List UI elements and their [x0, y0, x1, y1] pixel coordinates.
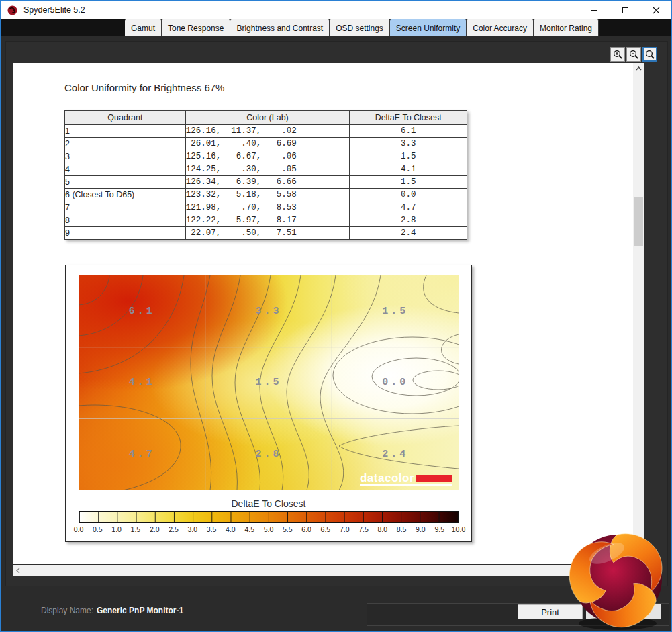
deltae-cell: 4.1	[350, 163, 467, 176]
quadrant-cell: 9	[65, 227, 186, 240]
close-button[interactable]	[640, 1, 671, 19]
zoom-out-button[interactable]	[626, 47, 641, 62]
colorbar-tick: 4.5	[244, 525, 254, 533]
deltae-cell: 1.5	[350, 176, 467, 189]
deltae-cell: 0.0	[350, 189, 467, 201]
quadrant-value: 3.3	[205, 275, 332, 347]
lab-cell: 121.98, .70, 8.53	[185, 201, 350, 214]
quadrant-value: 6.1	[79, 275, 205, 347]
uniformity-map-box: 6.1 3.3 1.5 4.1 1.5 0.0 4.7 2.8 2.4 data…	[65, 265, 472, 542]
quadrant-value: 1.5	[205, 347, 332, 419]
quadrant-cell: 5	[65, 176, 186, 189]
tab-color-accuracy[interactable]: Color Accuracy	[467, 19, 534, 36]
table-row: 6 (Closest To D65)123.32, 5.18, 5.580.0	[65, 189, 467, 201]
colorbar-tick: 10.0	[452, 525, 465, 533]
colorbar-tick: 9.0	[416, 525, 426, 533]
table-row: 4124.25, .30, .054.1	[65, 163, 467, 176]
application-window: Spyder5Elite 5.2 Gamut Tone Response Bri…	[0, 0, 672, 632]
datacolor-logo-text: datacolor	[360, 473, 414, 482]
zoom-toolbar	[610, 47, 657, 62]
deltae-cell: 6.1	[350, 125, 467, 138]
quadrant-cell: 1	[65, 125, 186, 138]
datacolor-red-bar	[416, 475, 452, 482]
deltae-cell: 2.4	[350, 227, 467, 240]
table-row: 1126.16, 11.37, .026.1	[65, 125, 467, 138]
display-name-row: Display Name: Generic PnP Monitor-1	[41, 606, 183, 615]
report-content: Color Uniformity for Brightness 67% Quad…	[13, 63, 633, 564]
col-header-color-lab: Color (Lab)	[185, 111, 350, 125]
uniformity-table: Quadrant Color (Lab) DeltaE To Closest 1…	[64, 110, 467, 240]
magnifier-icon	[645, 50, 655, 60]
datacolor-watermark: datacolor	[360, 473, 452, 486]
quadrant-cell: 2	[65, 138, 186, 150]
tab-osd-settings[interactable]: OSD settings	[330, 19, 390, 36]
minimize-button[interactable]	[579, 1, 610, 19]
colorbar-title: DeltaE To Closest	[66, 498, 471, 509]
scroll-up-button[interactable]	[633, 63, 644, 74]
deltae-cell: 1.5	[350, 150, 467, 163]
colorbar-tick: 8.0	[377, 525, 387, 533]
colorbar-tick: 9.5	[434, 525, 444, 533]
tab-screen-uniformity[interactable]: Screen Uniformity	[390, 19, 467, 36]
vertical-scrollbar[interactable]	[633, 63, 644, 564]
lab-cell: 126.34, 6.39, 6.66	[185, 176, 350, 189]
colorbar-gradient	[79, 511, 459, 523]
spyder-app-icon	[7, 5, 17, 15]
tab-monitor-rating[interactable]: Monitor Rating	[534, 19, 599, 36]
display-name-value: Generic PnP Monitor-1	[97, 606, 183, 615]
colorbar-tick: 1.5	[131, 525, 141, 533]
maximize-button[interactable]	[610, 1, 640, 19]
colorbar-tick: 5.5	[283, 525, 293, 533]
close-icon	[653, 7, 660, 14]
quadrant-value: 4.1	[79, 347, 205, 419]
table-row: 2 26.01, .40, 6.693.3	[65, 138, 467, 150]
quadrant-cell: 6 (Closest To D65)	[65, 189, 186, 201]
colorbar-tick: 7.0	[340, 525, 350, 533]
window-title: Spyder5Elite 5.2	[23, 5, 85, 15]
minimize-icon	[591, 10, 597, 11]
colorbar-tick: 2.5	[169, 525, 179, 533]
vertical-scroll-thumb[interactable]	[634, 197, 643, 246]
lab-cell: 126.16, 11.37, .02	[185, 125, 350, 138]
display-name-label: Display Name:	[41, 606, 93, 615]
quadrant-value: 2.8	[205, 418, 332, 490]
zoom-in-button[interactable]	[610, 47, 625, 62]
quadrant-value: 1.5	[332, 275, 459, 347]
deltae-cell: 4.7	[350, 201, 467, 214]
lab-cell: 22.07, .50, 7.51	[185, 227, 350, 240]
quadrant-cell: 8	[65, 214, 186, 227]
col-header-quadrant: Quadrant	[65, 111, 186, 125]
quadrant-value: 4.7	[79, 418, 205, 490]
tab-tone-response[interactable]: Tone Response	[162, 19, 230, 36]
lab-cell: 125.16, 6.67, .06	[185, 150, 350, 163]
colorbar-tick: 6.5	[321, 525, 331, 533]
scroll-left-button[interactable]	[13, 565, 23, 576]
table-row: 3125.16, 6.67, .061.5	[65, 150, 467, 163]
colorbar-tick: 8.5	[397, 525, 407, 533]
colorbar-tick: 3.0	[187, 525, 197, 533]
lab-cell: 124.25, .30, .05	[185, 163, 350, 176]
tab-brightness-contrast[interactable]: Brightness and Contrast	[230, 19, 330, 36]
zoom-reset-button[interactable]	[642, 47, 657, 62]
horizontal-scrollbar[interactable]	[13, 565, 644, 576]
lab-cell: 122.22, 5.97, 8.17	[185, 214, 350, 227]
table-row: 7121.98, .70, 8.534.7	[65, 201, 467, 214]
magnifier-minus-icon	[629, 50, 639, 60]
deltae-cell: 2.8	[350, 214, 467, 227]
tab-bar: Gamut Tone Response Brightness and Contr…	[1, 19, 671, 36]
uniformity-contour-map: 6.1 3.3 1.5 4.1 1.5 0.0 4.7 2.8 2.4 data…	[79, 275, 459, 490]
table-row: 5126.34, 6.39, 6.661.5	[65, 176, 467, 189]
kitguru-logo	[567, 527, 669, 631]
colorbar-tick: 3.5	[207, 525, 217, 533]
colorbar-tick: 0.5	[93, 525, 103, 533]
colorbar-tick-labels: 0.0 0.5 1.0 1.5 2.0 2.5 3.0 3.5 4.0 4.5 …	[79, 525, 459, 533]
chevron-up-icon	[636, 66, 642, 71]
lab-cell: 123.32, 5.18, 5.58	[185, 189, 350, 201]
maximize-icon	[622, 7, 628, 13]
deltae-cell: 3.3	[350, 138, 467, 150]
tab-gamut[interactable]: Gamut	[125, 19, 162, 36]
lab-cell: 26.01, .40, 6.69	[185, 138, 350, 150]
colorbar-tick: 2.0	[150, 525, 160, 533]
colorbar-tick: 5.0	[264, 525, 274, 533]
colorbar-tick: 4.0	[226, 525, 236, 533]
